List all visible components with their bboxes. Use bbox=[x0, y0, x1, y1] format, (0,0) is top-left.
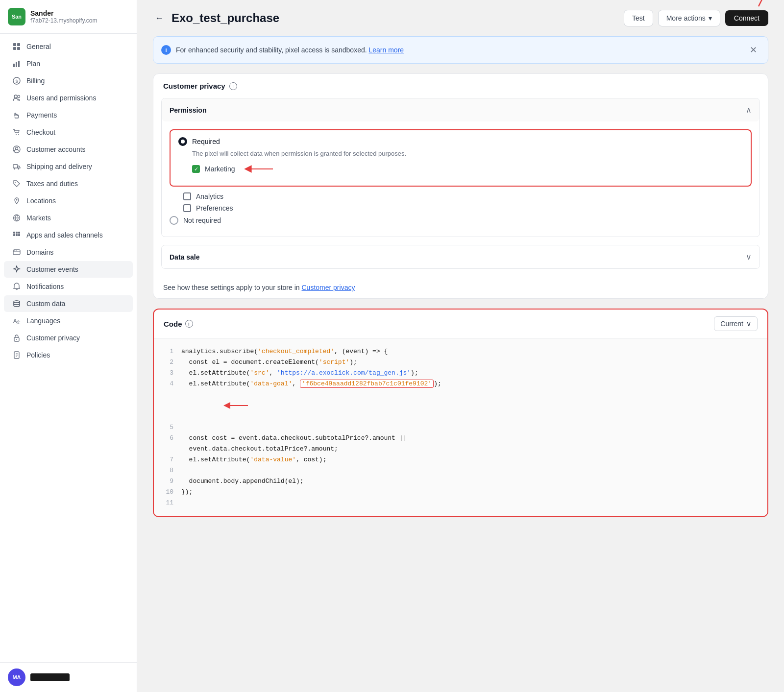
svg-text:文: 文 bbox=[16, 320, 21, 325]
data-sale-accordion-header[interactable]: Data sale ∨ bbox=[162, 245, 760, 268]
sidebar-item-label: Domains bbox=[26, 248, 53, 256]
svg-rect-2 bbox=[13, 47, 16, 50]
sidebar-item-markets[interactable]: Markets bbox=[4, 210, 133, 226]
checkmark-icon: ✓ bbox=[194, 166, 198, 172]
sidebar-item-users[interactable]: Users and permissions bbox=[4, 90, 133, 106]
required-radio[interactable] bbox=[178, 137, 187, 146]
sidebar-item-notifications[interactable]: Notifications bbox=[4, 278, 133, 295]
svg-point-29 bbox=[16, 250, 17, 251]
sidebar-item-label: Languages bbox=[26, 317, 60, 325]
sidebar-item-billing[interactable]: $ Billing bbox=[4, 72, 133, 89]
svg-point-16 bbox=[14, 168, 15, 169]
permission-accordion: Permission ∧ Required The pixel will col… bbox=[161, 98, 760, 237]
sidebar-item-customer-events[interactable]: Customer events bbox=[4, 261, 133, 278]
code-card: Code i Current ∨ 1 analytics.subscribe('… bbox=[153, 309, 768, 517]
back-button[interactable]: ← bbox=[153, 11, 166, 25]
sidebar-item-payments[interactable]: Payments bbox=[4, 107, 133, 123]
marketing-checkbox[interactable]: ✓ bbox=[192, 165, 200, 173]
more-actions-button[interactable]: More actions ▾ bbox=[658, 10, 720, 26]
svg-rect-15 bbox=[13, 165, 18, 168]
code-info-icon[interactable]: i bbox=[185, 320, 193, 328]
data-sale-accordion-title: Data sale bbox=[170, 253, 199, 261]
not-required-radio[interactable] bbox=[170, 216, 178, 225]
chevron-down-icon: ∨ bbox=[746, 320, 751, 328]
document-icon bbox=[12, 351, 22, 359]
customer-privacy-title: Customer privacy bbox=[163, 82, 225, 90]
sidebar-item-customer-accounts[interactable]: Customer accounts bbox=[4, 141, 133, 158]
truck-icon bbox=[12, 163, 22, 170]
connect-arrow-annotation bbox=[744, 0, 773, 11]
person-circle-icon bbox=[12, 145, 22, 153]
code-line-10: 10 }); bbox=[164, 487, 758, 498]
marketing-checkbox-row: ✓ Marketing bbox=[192, 163, 743, 175]
analytics-checkbox-row: Analytics bbox=[183, 192, 752, 200]
learn-more-link[interactable]: Learn more bbox=[369, 46, 404, 54]
customer-privacy-link[interactable]: Customer privacy bbox=[302, 284, 355, 291]
sidebar-item-languages[interactable]: A文 Languages bbox=[4, 312, 133, 329]
code-line-11: 11 bbox=[164, 498, 758, 508]
info-banner: i For enhanced security and stability, p… bbox=[153, 36, 768, 64]
sidebar-item-label: Apps and sales channels bbox=[26, 231, 103, 239]
svg-point-10 bbox=[18, 95, 20, 98]
sidebar-item-label: Markets bbox=[26, 214, 51, 222]
person-icon bbox=[12, 94, 22, 102]
sidebar-item-domains[interactable]: Domains bbox=[4, 244, 133, 261]
sidebar-item-label: Billing bbox=[26, 77, 45, 85]
sidebar-item-label: Checkout bbox=[26, 128, 55, 136]
translate-icon: A文 bbox=[12, 317, 22, 325]
sidebar-item-label: Shipping and delivery bbox=[26, 163, 92, 170]
close-banner-button[interactable]: ✕ bbox=[747, 44, 760, 56]
data-sale-accordion: Data sale ∨ bbox=[161, 245, 760, 269]
sidebar-nav: General Plan $ Billing Users and permiss… bbox=[0, 34, 137, 662]
svg-rect-21 bbox=[13, 232, 15, 234]
not-required-label: Not required bbox=[183, 216, 221, 224]
sidebar-item-label: Payments bbox=[26, 111, 57, 119]
sidebar-item-label: Customer accounts bbox=[26, 145, 86, 153]
svg-point-19 bbox=[16, 199, 18, 201]
tag-icon bbox=[12, 180, 22, 188]
footer-avatar: MA bbox=[8, 668, 25, 686]
sidebar-item-custom-data[interactable]: Custom data bbox=[4, 295, 133, 312]
info-icon: i bbox=[161, 45, 171, 55]
preferences-checkbox[interactable] bbox=[183, 204, 191, 212]
customer-privacy-header: Customer privacy i bbox=[153, 74, 768, 98]
svg-point-9 bbox=[14, 95, 17, 98]
sidebar-item-shipping[interactable]: Shipping and delivery bbox=[4, 158, 133, 175]
permission-accordion-title: Permission bbox=[170, 106, 206, 114]
sidebar: San Sander f7ab72-13.myshopify.com Gener… bbox=[0, 0, 137, 692]
sidebar-item-policies[interactable]: Policies bbox=[4, 347, 133, 363]
info-banner-text: For enhanced security and stability, pix… bbox=[176, 46, 404, 54]
sidebar-item-customer-privacy[interactable]: Customer privacy bbox=[4, 330, 133, 346]
sidebar-item-apps[interactable]: Apps and sales channels bbox=[4, 227, 133, 243]
sidebar-item-checkout[interactable]: Checkout bbox=[4, 124, 133, 141]
code-version-button[interactable]: Current ∨ bbox=[714, 316, 758, 331]
permission-accordion-header[interactable]: Permission ∧ bbox=[162, 98, 760, 121]
sparkle-icon bbox=[12, 265, 22, 273]
sidebar-item-label: Customer privacy bbox=[26, 334, 80, 342]
permission-required-box: Required The pixel will collect data whe… bbox=[170, 129, 752, 187]
chevron-down-icon: ∨ bbox=[746, 252, 752, 262]
sidebar-item-taxes[interactable]: Taxes and duties bbox=[4, 175, 133, 192]
not-required-row: Not required bbox=[170, 216, 752, 225]
code-line-5: 5 bbox=[164, 422, 758, 433]
analytics-checkbox[interactable] bbox=[183, 192, 191, 200]
customer-privacy-info-icon[interactable]: i bbox=[229, 82, 237, 90]
sidebar-item-plan[interactable]: Plan bbox=[4, 55, 133, 72]
test-button[interactable]: Test bbox=[624, 10, 653, 26]
svg-point-17 bbox=[18, 168, 19, 169]
chart-icon bbox=[12, 60, 22, 68]
sidebar-item-general[interactable]: General bbox=[4, 38, 133, 55]
page-title: Exo_test_purchase bbox=[172, 11, 279, 25]
code-line-3: 3 el.setAttribute('src', 'https://a.exoc… bbox=[164, 368, 758, 379]
grid-icon bbox=[12, 43, 22, 50]
domain-icon bbox=[12, 248, 22, 256]
chevron-up-icon: ∧ bbox=[746, 105, 752, 115]
connect-button[interactable]: Connect bbox=[725, 10, 768, 26]
sidebar-item-locations[interactable]: Locations bbox=[4, 192, 133, 209]
dollar-icon: $ bbox=[12, 77, 22, 85]
customer-privacy-card: Customer privacy i Permission ∧ Required bbox=[153, 73, 768, 299]
bell-icon bbox=[12, 283, 22, 290]
svg-rect-0 bbox=[13, 43, 16, 46]
preferences-label: Preferences bbox=[196, 204, 233, 212]
sidebar-item-label: Locations bbox=[26, 197, 56, 205]
